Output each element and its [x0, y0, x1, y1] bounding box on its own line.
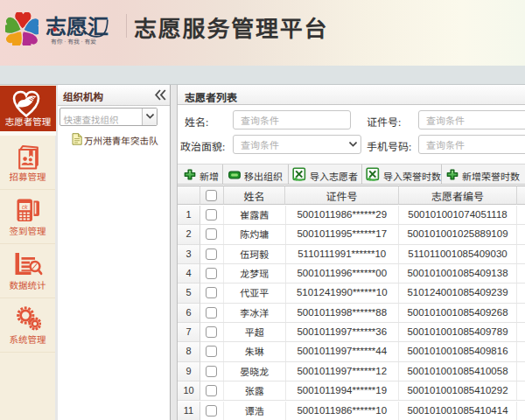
- svg-text:ck: ck: [21, 204, 27, 210]
